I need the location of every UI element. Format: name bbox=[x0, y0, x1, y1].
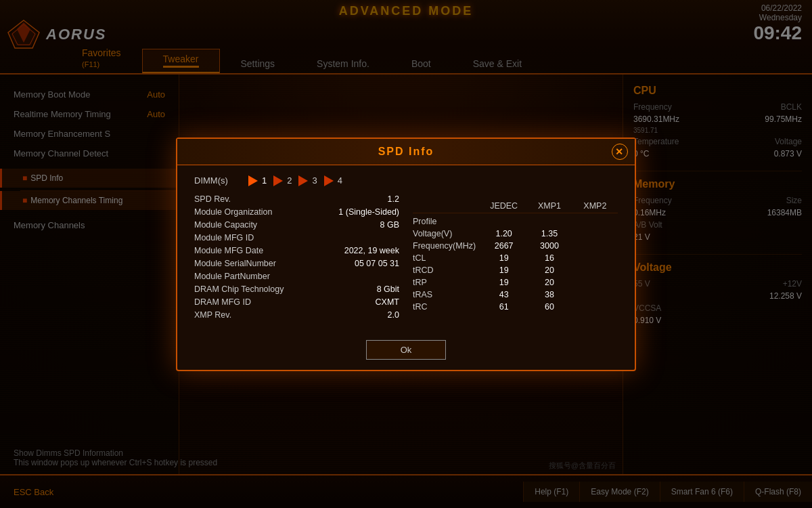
modal-overlay: SPD Info ✕ DIMM(s) 1 2 bbox=[0, 0, 812, 508]
spd-row-6: Module PartNumber bbox=[194, 272, 399, 281]
spd-table-row-trc: tRC 61 60 bbox=[413, 302, 618, 312]
spd-ok-wrap: Ok bbox=[177, 333, 635, 370]
spd-row-5: Module SerialNumber 05 07 05 31 bbox=[194, 259, 399, 268]
dimm-arrow-1 bbox=[248, 175, 258, 186]
spd-row-8: DRAM MFG ID CXMT bbox=[194, 297, 399, 307]
spd-table-row-freq: Frequency(MHz) 2667 3000 bbox=[413, 241, 618, 251]
dimm-selector: DIMM(s) 1 2 3 4 bbox=[194, 175, 399, 186]
dimm-label: DIMM(s) bbox=[194, 175, 242, 186]
spd-dialog-body: DIMM(s) 1 2 3 4 bbox=[177, 165, 635, 333]
spd-row-0: SPD Rev. 1.2 bbox=[194, 194, 399, 204]
spd-row-7: DRAM Chip Technology 8 Gbit bbox=[194, 284, 399, 294]
dimm-slot-1[interactable]: 1 bbox=[248, 175, 267, 186]
spd-row-9: XMP Rev. 2.0 bbox=[194, 310, 399, 320]
spd-dialog-title: SPD Info bbox=[378, 146, 434, 158]
dimm-arrow-4 bbox=[324, 175, 334, 186]
spd-table: JEDEC XMP1 XMP2 Profile Voltage(V) 1.20 bbox=[413, 201, 618, 312]
spd-row-1: Module Organization 1 (Single-Sided) bbox=[194, 207, 399, 217]
dimm-slot-4[interactable]: 4 bbox=[324, 175, 342, 186]
spd-table-row-tras: tRAS 43 38 bbox=[413, 290, 618, 299]
spd-table-row-trcd: tRCD 19 20 bbox=[413, 266, 618, 275]
spd-row-4: Module MFG Date 2022, 19 week bbox=[194, 246, 399, 255]
dimm-slot-3[interactable]: 3 bbox=[298, 175, 317, 186]
dimm-slot-2[interactable]: 2 bbox=[273, 175, 292, 186]
spd-dialog-header: SPD Info ✕ bbox=[177, 139, 635, 165]
dimm-arrow-2 bbox=[273, 175, 283, 186]
spd-table-row-voltage: Voltage(V) 1.20 1.35 bbox=[413, 229, 618, 238]
spd-table-header: JEDEC XMP1 XMP2 bbox=[413, 201, 618, 213]
spd-row-2: Module Capacity 8 GB bbox=[194, 220, 399, 230]
spd-row-3: Module MFG ID bbox=[194, 233, 399, 242]
spd-ok-button[interactable]: Ok bbox=[366, 340, 447, 360]
spd-right-section: JEDEC XMP1 XMP2 Profile Voltage(V) 1.20 bbox=[413, 175, 618, 323]
spd-left-section: DIMM(s) 1 2 3 4 bbox=[194, 175, 399, 323]
spd-close-button[interactable]: ✕ bbox=[612, 144, 628, 160]
spd-table-row-trp: tRP 19 20 bbox=[413, 278, 618, 287]
spd-dialog: SPD Info ✕ DIMM(s) 1 2 bbox=[176, 137, 636, 371]
spd-table-row-profile: Profile bbox=[413, 217, 618, 226]
dimm-arrow-3 bbox=[298, 175, 308, 186]
spd-table-row-tcl: tCL 19 16 bbox=[413, 253, 618, 263]
